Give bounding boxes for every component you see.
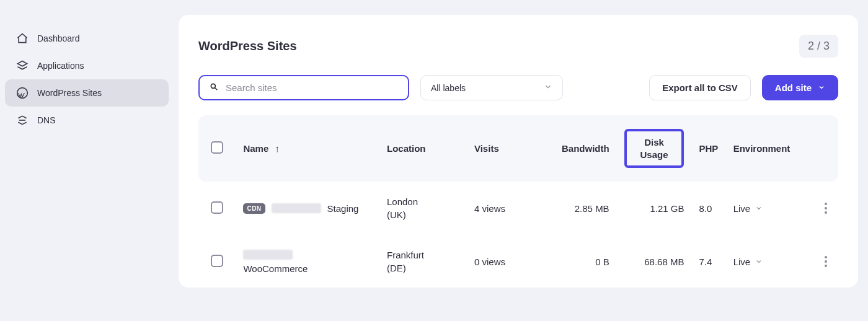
environment-select[interactable]: Live (733, 203, 806, 214)
row-actions-menu[interactable] (821, 256, 831, 267)
search-wrap[interactable] (198, 75, 409, 100)
bandwidth-cell: 0 B (536, 235, 617, 288)
col-php[interactable]: PHP (691, 115, 725, 182)
site-name-suffix: Staging (327, 203, 359, 214)
pager[interactable]: 2 / 3 (799, 35, 838, 58)
table-row: WooCommerce Frankfurt (DE) 0 views 0 B (198, 235, 838, 288)
visits-cell: 0 views (467, 235, 536, 288)
environment-value: Live (733, 203, 751, 214)
dns-icon (16, 114, 29, 126)
wordpress-icon (16, 87, 29, 99)
col-environment[interactable]: Environment (726, 115, 813, 182)
svg-marker-0 (18, 61, 27, 66)
page-title: WordPress Sites (198, 39, 297, 53)
col-disk-label: Disk Usage (640, 137, 668, 160)
sidebar-item-label: WordPress Sites (37, 88, 102, 98)
sites-table: Name ↑ Location Visits Bandwidth Disk Us… (198, 115, 838, 288)
export-csv-button[interactable]: Export all to CSV (649, 75, 751, 100)
layers-icon (16, 59, 29, 72)
chevron-down-icon (755, 203, 763, 214)
svg-point-2 (211, 84, 215, 88)
content-card: WordPress Sites 2 / 3 All labels (179, 15, 858, 288)
row-checkbox[interactable] (211, 255, 223, 267)
sidebar-item-applications[interactable]: Applications (5, 52, 169, 79)
location-city: London (387, 195, 459, 208)
col-name-label: Name (243, 143, 268, 154)
row-checkbox[interactable] (211, 201, 223, 214)
sidebar-item-dns[interactable]: DNS (5, 107, 169, 134)
disk-usage-highlight: Disk Usage (624, 129, 684, 168)
visits-cell: 4 views (467, 182, 536, 235)
location-cc: (DE) (387, 262, 459, 275)
table-header-row: Name ↑ Location Visits Bandwidth Disk Us… (198, 115, 838, 182)
sidebar-item-wordpress-sites[interactable]: WordPress Sites (5, 79, 169, 107)
sidebar: Dashboard Applications WordPress Sites D… (0, 0, 174, 321)
row-actions-menu[interactable] (821, 203, 831, 214)
col-disk-usage[interactable]: Disk Usage (617, 115, 692, 182)
disk-cell: 1.21 GB (617, 182, 692, 235)
sidebar-item-label: Dashboard (37, 33, 80, 43)
search-icon (210, 82, 218, 93)
site-name-extra: WooCommerce (243, 263, 308, 274)
chevron-down-icon (755, 257, 763, 267)
environment-value: Live (733, 257, 751, 267)
site-name-cell[interactable]: CDN Staging (243, 203, 372, 214)
location-cell: Frankfurt (DE) (387, 248, 459, 275)
col-bandwidth[interactable]: Bandwidth (536, 115, 617, 182)
sidebar-item-label: Applications (37, 61, 84, 71)
svg-line-3 (215, 88, 218, 90)
col-checkbox (198, 115, 236, 182)
bandwidth-cell: 2.85 MB (536, 182, 617, 235)
location-cc: (UK) (387, 208, 459, 221)
labels-select[interactable]: All labels (420, 75, 563, 100)
add-site-label: Add site (775, 82, 812, 93)
chevron-down-icon (544, 82, 552, 93)
col-location[interactable]: Location (379, 115, 467, 182)
search-input[interactable] (226, 82, 398, 93)
disk-cell: 68.68 MB (617, 235, 692, 288)
cdn-badge: CDN (243, 203, 265, 214)
col-visits[interactable]: Visits (467, 115, 536, 182)
redacted-name (272, 203, 321, 213)
sidebar-item-dashboard[interactable]: Dashboard (5, 25, 169, 52)
main-content: WordPress Sites 2 / 3 All labels (174, 0, 868, 321)
labels-select-value: All labels (431, 83, 466, 93)
location-cell: London (UK) (387, 195, 459, 221)
col-name[interactable]: Name ↑ (236, 115, 379, 182)
add-site-button[interactable]: Add site (762, 75, 838, 100)
card-header: WordPress Sites 2 / 3 (198, 35, 838, 58)
filter-row: All labels Export all to CSV Add site (198, 75, 838, 100)
select-all-checkbox[interactable] (211, 141, 223, 154)
sort-ascending-icon: ↑ (275, 143, 280, 154)
php-cell: 8.0 (691, 182, 725, 235)
php-cell: 7.4 (691, 235, 725, 288)
redacted-name (243, 250, 293, 260)
home-icon (16, 32, 29, 45)
chevron-down-icon (818, 82, 825, 93)
table-row: CDN Staging London (UK) 4 views (198, 182, 838, 235)
col-actions (813, 115, 838, 182)
export-csv-label: Export all to CSV (662, 82, 738, 93)
environment-select[interactable]: Live (733, 257, 806, 267)
sidebar-item-label: DNS (37, 115, 56, 125)
location-city: Frankfurt (387, 248, 459, 262)
site-name-cell[interactable]: WooCommerce (243, 250, 372, 274)
